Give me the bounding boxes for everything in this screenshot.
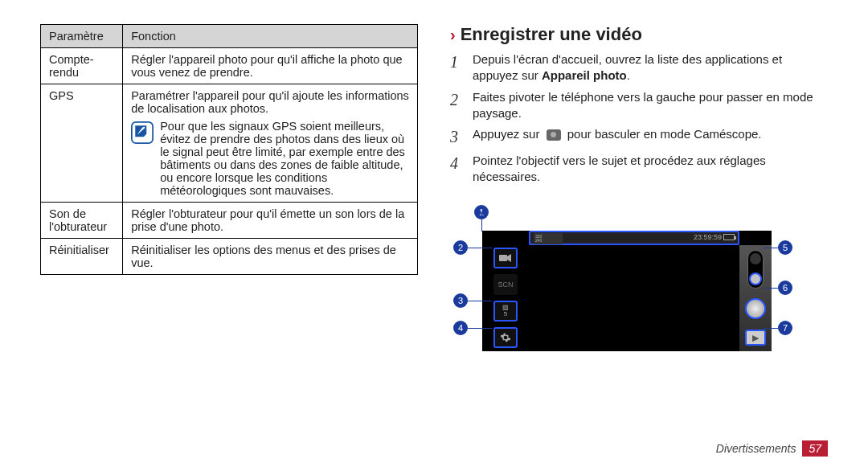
recording-time: 23:59:59 (694, 233, 722, 241)
settings-table: Paramètre Fonction Compte-rendu Régler l… (40, 24, 418, 275)
mode-photo-dot (750, 253, 761, 264)
step-text: Depuis l'écran d'accueil, ouvrez la list… (473, 51, 828, 84)
step-1: 1 Depuis l'écran d'accueil, ouvrez la li… (450, 51, 828, 84)
callout-5: 5 (778, 240, 792, 255)
gallery-play-button[interactable]: ▶ (745, 330, 766, 346)
right-column: › Enregistrer une vidéo 1 Depuis l'écran… (450, 24, 828, 455)
camera-ui-body: 320 240 23:59:59 SCN ▨5 (482, 231, 772, 351)
svg-rect-1 (499, 255, 507, 261)
callout-7: 7 (778, 321, 792, 335)
exposure-icon[interactable]: ▨5 (493, 301, 518, 322)
footer-section: Divertissements (716, 442, 796, 455)
step-number: 4 (450, 153, 465, 174)
header-param: Paramètre (41, 25, 123, 48)
step-text: Appuyez sur pour basculer en mode Camésc… (473, 126, 762, 142)
record-button[interactable] (745, 298, 766, 319)
callout-3: 3 (453, 293, 468, 308)
step-number: 1 (450, 51, 465, 73)
func-son: Régler l'obturateur pour qu'il émette un… (123, 203, 418, 239)
param-reinit: Réinitialiser (41, 239, 123, 275)
camera-figure: 1 320 240 23:59:59 SCN ▨5 (450, 199, 796, 359)
step-number: 3 (450, 126, 465, 148)
section-title: Enregistrer une vidéo (461, 24, 642, 45)
gps-tip-row: Pour que les signaux GPS soient meilleur… (123, 120, 417, 197)
camera-topbar: 320 240 23:59:59 (529, 231, 739, 245)
right-toolbar: ▶ (739, 245, 772, 351)
func-gps: Paramétrer l'appareil pour qu'il ajoute … (123, 84, 418, 203)
step-number: 2 (450, 89, 465, 111)
left-toolbar: SCN ▨5 (482, 245, 529, 351)
step-3: 3 Appuyez sur pour basculer en mode Camé… (450, 126, 828, 148)
section-header: › Enregistrer une vidéo (450, 24, 828, 45)
mode-switch[interactable] (747, 250, 764, 289)
step-2: 2 Faites pivoter le téléphone vers la ga… (450, 89, 828, 122)
resolution-indicator: 320 240 (534, 233, 563, 244)
page-number: 57 (802, 440, 828, 457)
param-son: Son de l'obturateur (41, 203, 123, 239)
settings-gear-icon[interactable] (493, 327, 518, 348)
battery-icon (723, 234, 735, 240)
func-compte-rendu: Régler l'appareil photo pour qu'il affic… (123, 48, 418, 84)
func-reinit: Réinitialiser les options des menus et d… (123, 239, 418, 275)
scene-mode-icon[interactable]: SCN (493, 274, 518, 295)
callout-4: 4 (453, 321, 468, 335)
chevron-icon: › (450, 26, 456, 44)
param-gps: GPS (41, 84, 123, 203)
step-4: 4 Pointez l'objectif vers le sujet et pr… (450, 153, 828, 186)
gps-func-text: Paramétrer l'appareil pour qu'il ajoute … (123, 89, 417, 120)
gps-tip-text: Pour que les signaux GPS soient meilleur… (160, 120, 409, 197)
page-footer: Divertissements 57 (716, 440, 828, 457)
left-column: Paramètre Fonction Compte-rendu Régler l… (40, 24, 418, 455)
step-text: Faites pivoter le téléphone vers la gauc… (473, 89, 828, 122)
param-compte-rendu: Compte-rendu (41, 48, 123, 84)
video-camera-icon[interactable] (493, 248, 518, 268)
note-icon (131, 121, 154, 144)
callout-6: 6 (778, 281, 792, 295)
camera-switch-icon (547, 129, 561, 141)
step-text: Pointez l'objectif vers le sujet et proc… (473, 153, 828, 186)
mode-video-dot (749, 272, 762, 285)
header-func: Fonction (123, 25, 418, 48)
callout-2: 2 (453, 240, 468, 255)
topbar-right: 23:59:59 (694, 233, 735, 241)
